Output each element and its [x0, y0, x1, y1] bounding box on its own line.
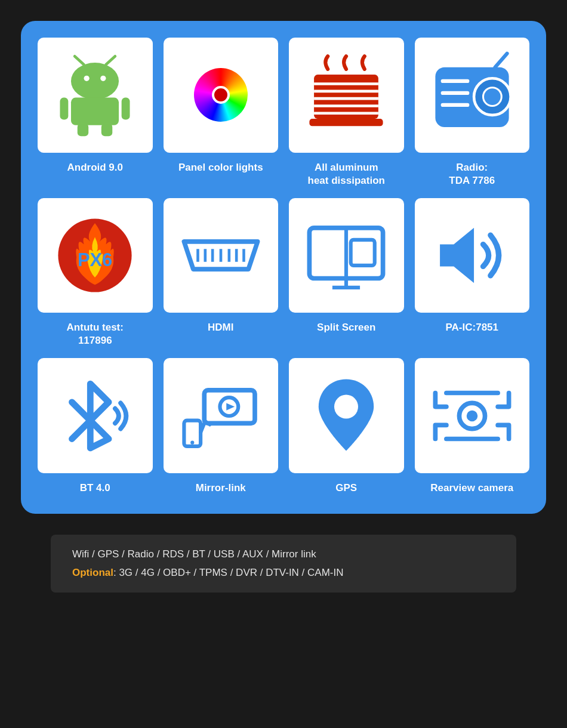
heat-icon-box	[289, 38, 404, 153]
info-line-2-suffix: : 3G / 4G / OBD+ / TPMS / DVR / DTV-IN /…	[113, 567, 344, 578]
bluetooth-icon	[49, 370, 141, 462]
info-bar: Wifi / GPS / Radio / RDS / BT / USB / AU…	[51, 535, 516, 593]
feature-android: Android 9.0	[38, 38, 153, 187]
bt-label: BT 4.0	[80, 482, 110, 495]
mirror-label: Mirror-link	[196, 482, 246, 495]
antutu-icon: PX6	[49, 209, 141, 301]
hdmi-icon	[175, 209, 267, 301]
split-screen-icon	[300, 209, 392, 301]
speaker-icon	[426, 209, 518, 301]
svg-rect-6	[60, 98, 69, 120]
bt-icon-box	[38, 358, 153, 473]
svg-point-43	[190, 440, 194, 444]
feature-mirror: Mirror-link	[164, 358, 279, 495]
android-icon-box	[38, 38, 153, 153]
svg-rect-35	[351, 240, 375, 266]
svg-point-2	[100, 76, 106, 81]
antutu-label: Antutu test:117896	[67, 321, 124, 347]
feature-gps: GPS	[289, 358, 404, 495]
svg-line-4	[106, 57, 115, 65]
svg-point-0	[71, 63, 119, 100]
svg-point-44	[334, 394, 358, 418]
svg-line-23	[495, 54, 507, 67]
feature-pa: PA-IC:7851	[415, 198, 530, 348]
feature-color-lights: Panel color lights	[164, 38, 279, 187]
rearview-icon-box	[415, 358, 530, 473]
info-line-2: Optional: 3G / 4G / OBD+ / TPMS / DVR / …	[72, 565, 495, 581]
svg-rect-16	[310, 119, 383, 126]
color-lights-icon-box	[164, 38, 279, 153]
svg-point-19	[483, 88, 501, 106]
radio-icon-box	[415, 38, 530, 153]
optional-label: Optional	[72, 567, 113, 578]
color-ring-icon	[194, 68, 248, 122]
svg-line-3	[75, 57, 84, 65]
radio-label: Radio:TDA 7786	[449, 161, 495, 187]
pa-icon-box	[415, 198, 530, 313]
gps-icon-box	[289, 358, 404, 473]
feature-rearview: Rearview camera	[415, 358, 530, 495]
feature-split: Split Screen	[289, 198, 404, 348]
svg-point-1	[84, 76, 90, 81]
heat-icon	[300, 49, 392, 141]
pa-label: PA-IC:7851	[446, 321, 499, 334]
feature-heat: All aluminumheat dissipation	[289, 38, 404, 187]
svg-rect-8	[78, 124, 88, 137]
android-label: Android 9.0	[67, 161, 123, 174]
svg-text:PX6: PX6	[78, 249, 112, 270]
svg-rect-7	[122, 98, 130, 120]
rearview-camera-icon	[426, 370, 518, 462]
hdmi-label: HDMI	[208, 321, 233, 334]
feature-antutu: PX6 Antutu test:117896	[38, 198, 153, 348]
radio-icon	[426, 49, 518, 141]
android-icon	[49, 49, 141, 141]
feature-hdmi: HDMI	[164, 198, 279, 348]
color-lights-label: Panel color lights	[178, 161, 263, 174]
split-label: Split Screen	[317, 321, 375, 334]
main-card: Android 9.0 Panel color lights	[21, 21, 546, 514]
svg-rect-5	[71, 98, 119, 125]
feature-row-2: PX6 Antutu test:117896	[38, 198, 529, 348]
mirror-icon-box	[164, 358, 279, 473]
feature-radio: Radio:TDA 7786	[415, 38, 530, 187]
gps-label: GPS	[335, 482, 357, 495]
info-line-1: Wifi / GPS / Radio / RDS / BT / USB / AU…	[72, 547, 495, 562]
svg-rect-9	[101, 124, 112, 137]
mirror-link-icon	[175, 370, 267, 462]
gps-icon	[300, 370, 392, 462]
feature-row-1: Android 9.0 Panel color lights	[38, 38, 529, 187]
feature-bt: BT 4.0	[38, 358, 153, 495]
svg-point-48	[467, 410, 477, 421]
antutu-icon-box: PX6	[38, 198, 153, 313]
rearview-label: Rearview camera	[430, 482, 513, 495]
heat-label: All aluminumheat dissipation	[308, 161, 385, 187]
hdmi-icon-box	[164, 198, 279, 313]
split-icon-box	[289, 198, 404, 313]
feature-row-3: BT 4.0 Mirror-	[38, 358, 529, 495]
